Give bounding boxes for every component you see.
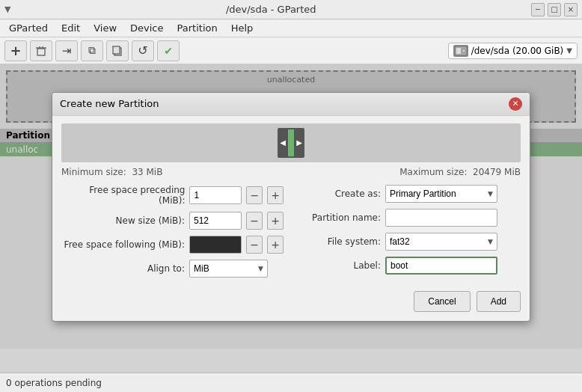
pg-left-arrow: ◀ [279,129,287,156]
menu-view[interactable]: View [88,21,123,35]
align-to-select[interactable]: MiB Cylinder None [189,260,268,278]
svg-rect-5 [113,46,120,54]
close-button[interactable]: × [564,3,578,16]
apply-button[interactable]: ✔ [157,40,180,61]
resize-button[interactable]: ⇥ [55,40,78,61]
label-row: Label: [298,257,521,275]
partition-graphic-inner: ◀ ▶ [278,128,304,158]
create-as-row: Create as: Primary Partition Logical Par… [298,185,521,203]
status-text: 0 operations pending [6,378,102,388]
paste-icon [111,45,123,57]
max-size-value: 20479 MiB [473,167,521,177]
align-to-select-wrapper: MiB Cylinder None [189,260,268,278]
label-input[interactable] [385,257,497,275]
new-partition-button[interactable]: + [4,40,27,61]
file-system-row: File system: fat32 ext4 ext3 ntfs btrfs [298,233,521,251]
svg-rect-0 [37,49,45,55]
max-size-label: Maximum size: [399,167,467,177]
new-size-decrement[interactable]: − [246,212,263,230]
new-size-label: New size (MiB): [61,215,185,226]
new-size-increment[interactable]: + [267,212,284,230]
free-space-following-input[interactable] [189,236,242,254]
title-bar-left: ▼ [4,4,10,14]
delete-button[interactable] [30,40,52,61]
disk-icon [454,46,468,56]
free-space-following-increment[interactable]: + [267,236,284,254]
add-button[interactable]: Add [477,291,521,312]
minimize-button[interactable]: − [531,3,545,16]
menu-device[interactable]: Device [124,21,169,35]
free-space-preceding-label: Free space preceding (MiB): [61,185,185,206]
app-menu-icon[interactable]: ▼ [4,4,10,14]
menu-help[interactable]: Help [225,21,260,35]
dialog-buttons: Cancel Add [52,285,530,321]
pg-middle-block [287,129,295,156]
right-arrow-icon: ▶ [296,138,302,147]
file-system-label: File system: [298,236,381,247]
copy-button[interactable]: ⧉ [81,40,103,61]
align-to-label: Align to: [61,263,185,274]
max-size-info: Maximum size: 20479 MiB [399,167,521,177]
partition-name-row: Partition name: [298,209,521,227]
create-partition-dialog: Create new Partition ✕ ◀ ▶ Minim [52,92,530,322]
dialog-form: Free space preceding (MiB): − + New size… [52,185,530,285]
device-label: /dev/sda (20.00 GiB) [471,46,564,56]
create-as-select[interactable]: Primary Partition Logical Partition Exte… [385,185,497,203]
device-icon [453,45,468,57]
create-as-label: Create as: [298,189,381,199]
main-area: unallocated Partition s unalloc Create n… [0,64,582,349]
file-system-select-wrapper: fat32 ext4 ext3 ntfs btrfs [385,233,497,251]
maximize-button[interactable]: □ [548,3,561,16]
undo-button[interactable]: ↺ [132,40,154,61]
window-title: /dev/sda - GParted [226,4,316,15]
create-as-select-wrapper: Primary Partition Logical Partition Exte… [385,185,497,203]
left-arrow-icon: ◀ [280,138,286,147]
align-to-row: Align to: MiB Cylinder None [61,260,284,278]
free-space-following-label: Free space following (MiB): [61,239,185,250]
free-space-following-decrement[interactable]: − [246,236,263,254]
dialog-title: Create new Partition [60,98,159,109]
size-info: Minimum size: 33 MiB Maximum size: 20479… [52,167,530,177]
new-size-input[interactable] [189,212,242,230]
device-dropdown-arrow: ▼ [566,46,572,55]
label-label: Label: [298,260,381,271]
min-size-info: Minimum size: 33 MiB [61,167,162,177]
paste-button[interactable] [106,40,129,61]
partition-name-input[interactable] [385,209,497,227]
free-space-following-row: Free space following (MiB): − + [61,236,284,254]
min-size-label: Minimum size: [61,167,126,177]
free-space-preceding-input[interactable] [189,186,242,204]
partition-name-label: Partition name: [298,212,381,223]
device-selector[interactable]: /dev/sda (20.00 GiB) ▼ [448,43,578,59]
status-bar: 0 operations pending [0,373,582,392]
free-space-preceding-decrement[interactable]: − [246,186,263,204]
menu-edit[interactable]: Edit [55,21,86,35]
partition-graphic: ◀ ▶ [61,123,521,162]
title-bar: ▼ /dev/sda - GParted − □ × [0,0,582,19]
toolbar-actions: + ⇥ ⧉ ↺ ✔ [4,40,180,61]
delete-icon [35,45,47,57]
menu-bar: GParted Edit View Device Partition Help [0,19,582,37]
window-controls: − □ × [531,3,578,16]
svg-point-8 [462,49,465,52]
pg-right-arrow: ▶ [295,129,303,156]
dialog-title-bar: Create new Partition ✕ [52,93,530,116]
modal-overlay: Create new Partition ✕ ◀ ▶ Minim [0,64,582,349]
file-system-select[interactable]: fat32 ext4 ext3 ntfs btrfs [385,233,497,251]
min-size-value: 33 MiB [132,167,162,177]
free-space-preceding-row: Free space preceding (MiB): − + [61,185,284,206]
cancel-button[interactable]: Cancel [414,291,470,312]
menu-gparted[interactable]: GParted [3,21,54,35]
form-left-col: Free space preceding (MiB): − + New size… [61,185,284,278]
new-size-row: New size (MiB): − + [61,212,284,230]
form-right-col: Create as: Primary Partition Logical Par… [298,185,521,278]
svg-rect-7 [456,48,461,54]
menu-partition[interactable]: Partition [171,21,224,35]
free-space-preceding-increment[interactable]: + [267,186,284,204]
toolbar: + ⇥ ⧉ ↺ ✔ /dev/sda (20.00 GiB) ▼ [0,37,582,64]
dialog-close-button[interactable]: ✕ [509,97,522,111]
